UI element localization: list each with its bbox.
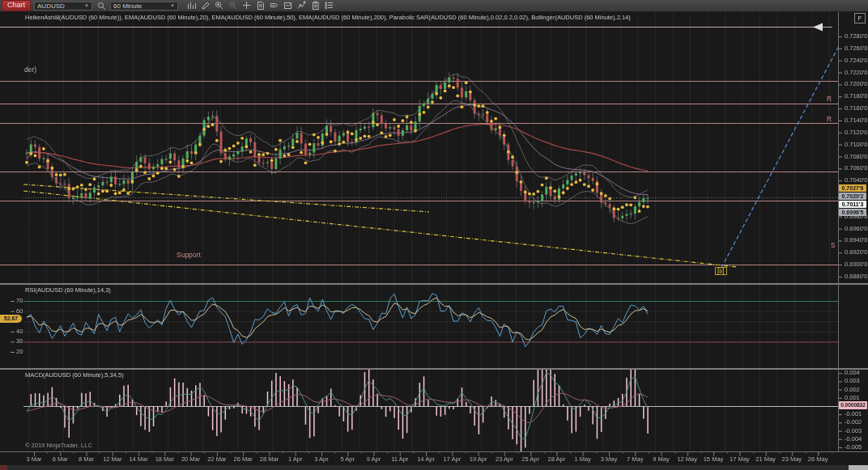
data-box-icon[interactable] <box>255 1 266 11</box>
chart-trader-icon[interactable] <box>269 1 280 11</box>
draw-icon[interactable] <box>200 1 211 11</box>
interval-label: 60 Minute <box>113 2 142 10</box>
properties-icon[interactable] <box>310 1 321 11</box>
horizontal-scrollbar[interactable] <box>0 465 868 470</box>
instrument-label: AUDUSD <box>37 2 65 10</box>
chevron-down-icon: ▼ <box>84 3 89 8</box>
zoom-out-icon[interactable] <box>228 1 239 11</box>
toolbar-icons <box>186 1 335 11</box>
indicators-icon[interactable] <box>296 1 308 11</box>
instrument-selector[interactable]: AUDUSD ▼ <box>34 2 92 11</box>
chevron-down-icon: ▼ <box>170 3 175 8</box>
chart-plot-canvas[interactable] <box>0 0 868 470</box>
scrollbar-left-block[interactable] <box>0 465 7 470</box>
scrollbar-thumb[interactable] <box>849 465 868 470</box>
chart-window: Chart AUDUSD ▼ 60 Minute ▼ HeikenAshi8(A… <box>0 0 868 470</box>
price-axis-separator <box>838 12 839 451</box>
zoom-in-icon[interactable] <box>214 1 225 11</box>
time-axis-separator <box>0 451 868 452</box>
data-series-icon[interactable] <box>324 1 335 11</box>
instrument-search-icon[interactable] <box>96 1 107 11</box>
toolbar: Chart AUDUSD ▼ 60 Minute ▼ <box>0 0 868 12</box>
crosshair-icon[interactable] <box>241 1 253 11</box>
market-analyzer-icon[interactable] <box>283 1 294 11</box>
panel-splitter[interactable] <box>0 368 868 370</box>
interval-selector[interactable]: 60 Minute ▼ <box>110 2 178 11</box>
panel-splitter[interactable] <box>0 283 868 285</box>
chart-menu-button[interactable]: Chart <box>2 0 31 11</box>
fixed-scale-indicator[interactable]: F <box>854 13 866 23</box>
chart-style-icon[interactable] <box>186 1 198 11</box>
